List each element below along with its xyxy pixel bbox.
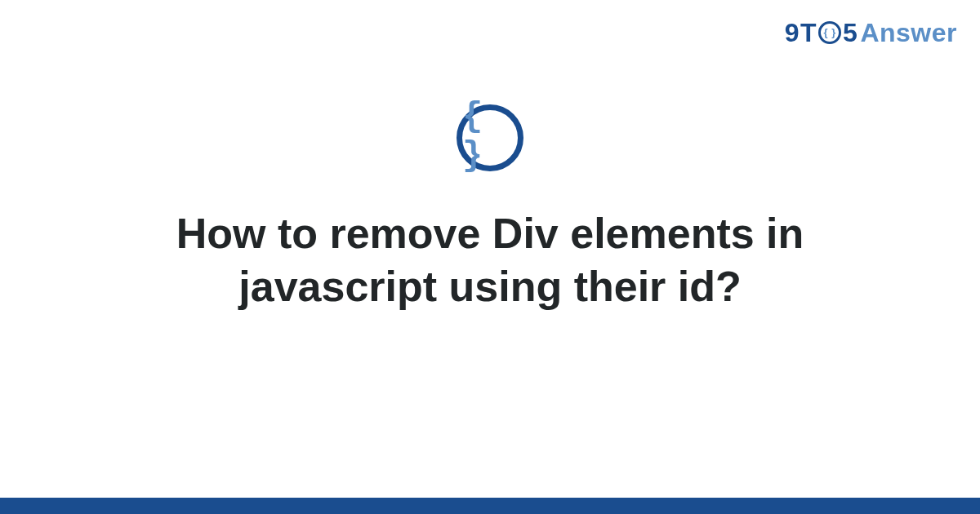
braces-glyph: { } [462, 97, 518, 175]
site-logo: 9 T { } 5 Answer [785, 18, 957, 48]
logo-o-braces-icon: { } [818, 21, 841, 44]
main-content: { } How to remove Div elements in javasc… [0, 104, 980, 313]
footer-bar [0, 498, 980, 514]
logo-t: T [800, 18, 817, 48]
logo-answer: Answer [860, 18, 957, 48]
page-title: How to remove Div elements in javascript… [82, 207, 898, 313]
logo-nine: 9 [785, 18, 800, 48]
logo-five: 5 [843, 18, 858, 48]
code-braces-icon: { } [457, 104, 523, 171]
